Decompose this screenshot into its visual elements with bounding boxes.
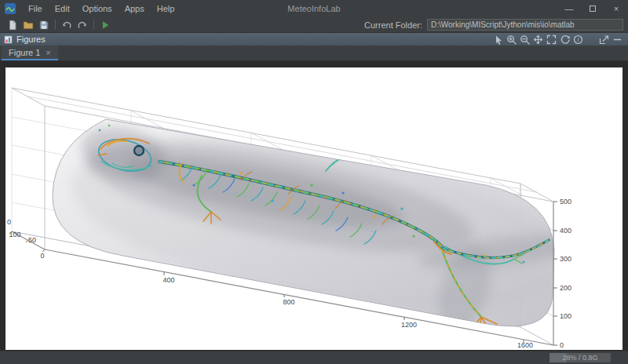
rotate-icon [560, 35, 570, 45]
app-window: File Edit Options Apps Help MeteoInfoLab… [0, 0, 628, 364]
hide-panel-button[interactable] [611, 34, 624, 46]
z-tick-label: 0 [560, 341, 564, 349]
open-icon [23, 20, 34, 31]
y-tick-label: 0 [40, 252, 44, 260]
figures-content: 400 800 1200 1600 100 50 0 0 500 400 300… [0, 61, 628, 351]
y-tick-label: 50 [28, 236, 36, 244]
menu-edit[interactable]: Edit [49, 2, 76, 16]
hide-icon [612, 35, 623, 45]
main-toolbar: Current Folder: [0, 17, 628, 33]
titlebar: File Edit Options Apps Help MeteoInfoLab… [0, 0, 628, 17]
zoom-out-icon [520, 35, 530, 45]
undo-button[interactable] [59, 18, 75, 32]
new-script-icon [7, 20, 18, 31]
memory-usage-text: 28% / 0.8G [550, 353, 611, 362]
current-folder-group: Current Folder: [364, 19, 623, 31]
z-tick-label: 400 [560, 227, 571, 235]
minimize-button[interactable]: — [557, 0, 581, 17]
z-tick-label: 300 [560, 255, 571, 263]
new-script-button[interactable] [5, 18, 20, 32]
identify-button[interactable]: i [571, 34, 585, 46]
x-tick-label: 400 [162, 276, 174, 284]
tab-close-icon[interactable]: × [46, 48, 50, 57]
close-button[interactable]: × [604, 0, 628, 17]
z-tick-label: 200 [560, 284, 571, 292]
z-tick-label: 100 [560, 312, 571, 320]
figures-panel-header: Figures [0, 33, 628, 46]
tab-figure-1[interactable]: Figure 1 × [2, 46, 58, 60]
open-button[interactable] [20, 18, 36, 32]
rotate-button[interactable] [558, 34, 571, 46]
figures-panel-title: Figures [16, 35, 46, 44]
menu-help[interactable]: Help [151, 2, 181, 16]
x-tick-label: 1200 [401, 321, 417, 329]
select-icon [493, 35, 503, 45]
redo-button[interactable] [75, 18, 90, 32]
current-folder-input[interactable] [427, 19, 623, 31]
zoom-in-button[interactable] [505, 34, 518, 46]
float-panel-button[interactable] [597, 34, 611, 46]
toolbar-separator [55, 20, 56, 30]
memory-indicator[interactable]: 28% / 0.8G [550, 353, 611, 362]
pan-button[interactable] [531, 34, 545, 46]
z-tick-label: 500 [560, 198, 571, 206]
save-icon [38, 20, 49, 31]
save-button[interactable] [36, 18, 52, 32]
zoom-in-icon [506, 35, 517, 45]
select-tool-button[interactable] [491, 34, 505, 46]
figures-panel-icon [4, 35, 13, 44]
svg-text:i: i [577, 36, 579, 43]
zoom-out-button[interactable] [518, 34, 531, 46]
run-button[interactable] [97, 18, 113, 32]
menubar: File Edit Options Apps Help [22, 2, 181, 16]
full-extent-button[interactable] [545, 34, 558, 46]
menu-apps[interactable]: Apps [119, 2, 151, 16]
undo-icon [61, 20, 72, 31]
x-tick-label: 800 [283, 298, 294, 306]
window-controls: — × [557, 0, 628, 17]
y-tick-label: 100 [9, 231, 20, 238]
figure-tab-bar: Figure 1 × [0, 46, 628, 61]
statusbar: 28% / 0.8G [0, 351, 628, 364]
pan-icon [533, 35, 543, 45]
float-icon [599, 35, 609, 45]
menu-file[interactable]: File [22, 2, 49, 16]
figure-tools: i [491, 34, 624, 46]
figure-canvas[interactable]: 400 800 1200 1600 100 50 0 0 500 400 300… [5, 67, 623, 350]
identify-icon: i [573, 35, 583, 45]
full-extent-icon [546, 35, 557, 45]
volume-rendering: 400 800 1200 1600 100 50 0 0 500 400 300… [5, 67, 623, 350]
z-tick-label: 0 [7, 218, 11, 226]
maximize-icon [590, 5, 596, 12]
maximize-button[interactable] [581, 0, 604, 17]
toolbar-separator [93, 20, 94, 30]
current-folder-label: Current Folder: [364, 20, 422, 30]
tab-label: Figure 1 [9, 48, 40, 57]
run-icon [100, 20, 111, 31]
redo-icon [77, 20, 88, 31]
menu-options[interactable]: Options [76, 2, 119, 16]
x-tick-label: 1600 [517, 341, 533, 349]
